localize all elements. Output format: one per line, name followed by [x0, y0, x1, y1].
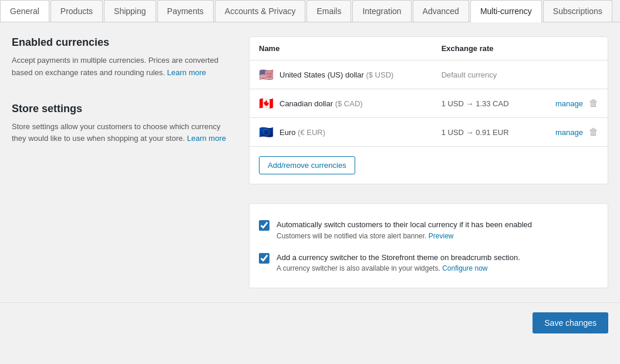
currency-label-usd: United States (US) dollar ($ USD) [279, 70, 393, 79]
delete-button-eur[interactable]: 🗑 [589, 127, 598, 137]
save-changes-button[interactable]: Save changes [533, 312, 608, 333]
exchange-rate-usd: Default currency [432, 60, 535, 89]
main-content: Enabled currencies Accept payments in mu… [0, 22, 620, 302]
currency-table: Name Exchange rate 🇺🇸 United States (US)… [250, 37, 608, 146]
add-remove-section: Add/remove currencies [250, 146, 608, 184]
col-header-actions [534, 37, 608, 60]
col-header-name: Name [250, 37, 432, 60]
flag-usd: 🇺🇸 [259, 69, 274, 80]
tab-advanced[interactable]: Advanced [413, 0, 469, 22]
currency-name-cell-eur: 🇪🇺 Euro (€ EUR) [250, 118, 432, 147]
add-remove-currencies-button[interactable]: Add/remove currencies [259, 156, 355, 174]
store-settings-learn-more[interactable]: Learn more [187, 134, 225, 143]
tab-multi-currency[interactable]: Multi-currency [470, 0, 542, 22]
checkbox-currency-switcher[interactable] [259, 253, 269, 264]
setting-label-auto-switch: Automatically switch customers to their … [277, 219, 598, 231]
currency-row-cad: 🇨🇦 Canadian dollar ($ CAD) 1 USD → 1.33 … [250, 89, 608, 118]
setting-sublabel-currency-switcher: A currency switcher is also available in… [277, 264, 598, 272]
tab-products[interactable]: Products [50, 0, 103, 22]
tab-bar: GeneralProductsShippingPaymentsAccounts … [0, 0, 620, 22]
setting-row-auto-switch: Automatically switch customers to their … [259, 213, 598, 246]
delete-button-cad[interactable]: 🗑 [589, 98, 598, 109]
actions-cell-usd [534, 60, 608, 89]
flag-cad: 🇨🇦 [259, 97, 274, 109]
store-settings-description: Store settings allow your customers to c… [12, 121, 235, 146]
store-settings-panel: Automatically switch customers to their … [249, 203, 608, 288]
setting-sublabel-auto-switch: Customers will be notified via store ale… [277, 232, 598, 240]
manage-link-cad[interactable]: manage [555, 99, 583, 108]
checkbox-auto-switch[interactable] [259, 220, 269, 231]
enabled-currencies-title: Enabled currencies [12, 36, 235, 49]
tab-payments[interactable]: Payments [157, 0, 214, 22]
currencies-panel: Name Exchange rate 🇺🇸 United States (US)… [249, 36, 608, 184]
setting-text-currency-switcher: Add a currency switcher to the Storefron… [277, 252, 598, 273]
store-settings-title: Store settings [12, 103, 235, 115]
currency-label-cad: Canadian dollar ($ CAD) [279, 99, 363, 108]
setting-label-currency-switcher: Add a currency switcher to the Storefron… [277, 252, 598, 264]
checkbox-area-auto-switch [259, 219, 269, 232]
setting-row-currency-switcher: Add a currency switcher to the Storefron… [259, 246, 598, 279]
sublabel-link-auto-switch[interactable]: Preview [429, 232, 454, 240]
enabled-currencies-learn-more[interactable]: Learn more [167, 68, 206, 77]
store-settings-section: Store settings Store settings allow your… [12, 103, 235, 146]
currency-name-cell-usd: 🇺🇸 United States (US) dollar ($ USD) [250, 60, 432, 89]
exchange-rate-cad: 1 USD → 1.33 CAD [432, 89, 535, 118]
currency-label-eur: Euro (€ EUR) [279, 128, 325, 137]
currency-name-cell-cad: 🇨🇦 Canadian dollar ($ CAD) [250, 89, 432, 118]
currency-row-eur: 🇪🇺 Euro (€ EUR) 1 USD → 0.91 EUR manage … [250, 118, 608, 147]
checkbox-area-currency-switcher [259, 252, 269, 265]
tab-emails[interactable]: Emails [306, 0, 351, 22]
settings-options: Automatically switch customers to their … [250, 204, 608, 288]
sublabel-link-currency-switcher[interactable]: Configure now [442, 264, 487, 272]
col-header-exchange-rate: Exchange rate [432, 37, 535, 60]
tab-integration[interactable]: Integration [352, 0, 411, 22]
exchange-rate-eur: 1 USD → 0.91 EUR [432, 118, 535, 147]
currency-row-usd: 🇺🇸 United States (US) dollar ($ USD) Def… [250, 60, 608, 89]
tab-accounts-privacy[interactable]: Accounts & Privacy [215, 0, 306, 22]
footer: Save changes [0, 302, 620, 343]
enabled-currencies-section: Enabled currencies Accept payments in mu… [12, 36, 235, 79]
tab-general[interactable]: General [0, 0, 49, 22]
actions-cell-eur: manage 🗑 [534, 118, 608, 147]
setting-text-auto-switch: Automatically switch customers to their … [277, 219, 598, 240]
actions-cell-cad: manage 🗑 [534, 89, 608, 118]
sidebar: Enabled currencies Accept payments in mu… [12, 36, 235, 288]
enabled-currencies-description: Accept payments in multiple currencies. … [12, 55, 235, 79]
tab-subscriptions[interactable]: Subscriptions [543, 0, 612, 22]
flag-eur: 🇪🇺 [259, 126, 274, 138]
tab-shipping[interactable]: Shipping [104, 0, 156, 22]
manage-link-eur[interactable]: manage [555, 128, 583, 137]
